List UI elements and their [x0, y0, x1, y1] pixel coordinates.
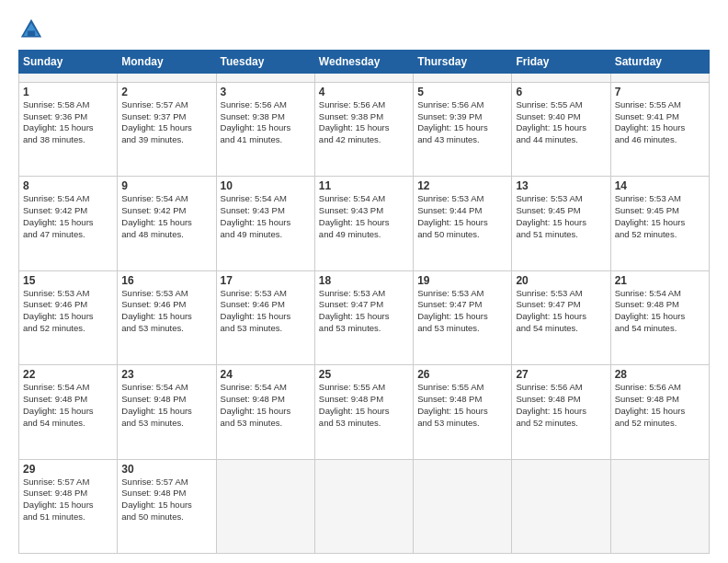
- cell-line: Sunrise: 5:56 AM: [417, 99, 483, 109]
- cell-line: Sunset: 9:48 PM: [516, 394, 580, 404]
- cell-text: Sunrise: 5:53 AMSunset: 9:47 PMDaylight:…: [417, 288, 507, 335]
- cell-line: and 49 minutes.: [319, 229, 381, 239]
- cell-line: Daylight: 15 hours: [121, 311, 192, 321]
- cell-line: Sunset: 9:48 PM: [23, 394, 87, 404]
- cell-line: Sunset: 9:42 PM: [121, 205, 186, 215]
- cell-line: Daylight: 15 hours: [417, 311, 488, 321]
- cell-line: Sunrise: 5:53 AM: [516, 193, 582, 203]
- cell-text: Sunrise: 5:53 AMSunset: 9:45 PMDaylight:…: [615, 193, 705, 240]
- cell-line: Sunrise: 5:53 AM: [417, 193, 483, 203]
- cell-line: Sunrise: 5:53 AM: [516, 288, 582, 298]
- week-row-5: 29Sunrise: 5:57 AMSunset: 9:48 PMDayligh…: [19, 459, 710, 553]
- cell-line: Daylight: 15 hours: [23, 217, 94, 227]
- day-number: 10: [221, 179, 311, 192]
- day-number: 18: [319, 274, 409, 287]
- day-number: 11: [319, 179, 409, 192]
- day-number: 6: [516, 86, 606, 98]
- day-number: 8: [23, 179, 113, 192]
- logo: [18, 17, 48, 42]
- cell-line: Sunset: 9:45 PM: [615, 205, 679, 215]
- day-cell: 28Sunrise: 5:56 AMSunset: 9:48 PMDayligh…: [610, 365, 709, 459]
- calendar-table: SundayMondayTuesdayWednesdayThursdayFrid…: [18, 50, 710, 554]
- col-header-friday: Friday: [512, 51, 610, 74]
- cell-line: and 53 minutes.: [121, 418, 184, 428]
- cell-line: Sunrise: 5:56 AM: [615, 382, 681, 392]
- day-cell: 15Sunrise: 5:53 AMSunset: 9:46 PMDayligh…: [19, 270, 118, 364]
- svg-rect-2: [28, 30, 35, 36]
- cell-line: and 52 minutes.: [516, 418, 578, 428]
- cell-line: Sunset: 9:48 PM: [121, 394, 186, 404]
- cell-text: Sunrise: 5:55 AMSunset: 9:41 PMDaylight:…: [615, 99, 705, 146]
- day-cell: 21Sunrise: 5:54 AMSunset: 9:48 PMDayligh…: [610, 270, 709, 364]
- cell-text: Sunrise: 5:54 AMSunset: 9:43 PMDaylight:…: [221, 193, 311, 240]
- cell-text: Sunrise: 5:53 AMSunset: 9:46 PMDaylight:…: [121, 288, 211, 335]
- col-header-tuesday: Tuesday: [216, 51, 314, 74]
- cell-line: Daylight: 15 hours: [121, 217, 192, 227]
- cell-line: Daylight: 15 hours: [615, 217, 686, 227]
- cell-line: Daylight: 15 hours: [516, 311, 586, 321]
- cell-text: Sunrise: 5:56 AMSunset: 9:48 PMDaylight:…: [615, 382, 705, 429]
- day-cell: [610, 74, 709, 83]
- cell-line: Daylight: 15 hours: [121, 406, 192, 416]
- cell-text: Sunrise: 5:56 AMSunset: 9:39 PMDaylight:…: [417, 99, 507, 146]
- cell-line: Daylight: 15 hours: [516, 406, 586, 416]
- cell-line: Sunset: 9:44 PM: [417, 205, 482, 215]
- cell-text: Sunrise: 5:57 AMSunset: 9:48 PMDaylight:…: [121, 477, 211, 523]
- cell-line: Sunset: 9:48 PM: [121, 488, 186, 498]
- cell-line: Sunset: 9:38 PM: [319, 111, 383, 121]
- cell-line: Daylight: 15 hours: [23, 311, 94, 321]
- cell-line: Sunset: 9:43 PM: [221, 205, 285, 215]
- cell-line: Daylight: 15 hours: [615, 311, 686, 321]
- cell-line: Sunrise: 5:53 AM: [121, 288, 188, 298]
- cell-line: Sunset: 9:42 PM: [23, 205, 87, 215]
- day-cell: 23Sunrise: 5:54 AMSunset: 9:48 PMDayligh…: [118, 365, 216, 459]
- cell-line: and 52 minutes.: [23, 323, 85, 333]
- day-number: 21: [615, 274, 705, 287]
- col-header-saturday: Saturday: [610, 51, 709, 74]
- cell-line: Daylight: 15 hours: [615, 406, 686, 416]
- cell-line: Sunrise: 5:57 AM: [121, 477, 188, 487]
- day-cell: [512, 74, 610, 83]
- cell-line: Daylight: 15 hours: [319, 311, 390, 321]
- cell-line: Daylight: 15 hours: [516, 122, 586, 132]
- day-number: 3: [221, 86, 311, 98]
- cell-line: and 53 minutes.: [319, 418, 381, 428]
- day-cell: [216, 459, 314, 553]
- week-row-4: 22Sunrise: 5:54 AMSunset: 9:48 PMDayligh…: [19, 365, 710, 459]
- cell-line: Sunrise: 5:54 AM: [121, 382, 188, 392]
- calendar-page: SundayMondayTuesdayWednesdayThursdayFrid…: [0, 0, 728, 563]
- cell-line: Sunrise: 5:56 AM: [516, 382, 582, 392]
- week-row-3: 15Sunrise: 5:53 AMSunset: 9:46 PMDayligh…: [19, 270, 710, 364]
- cell-text: Sunrise: 5:53 AMSunset: 9:45 PMDaylight:…: [516, 193, 606, 240]
- cell-text: Sunrise: 5:54 AMSunset: 9:43 PMDaylight:…: [319, 193, 409, 240]
- cell-text: Sunrise: 5:54 AMSunset: 9:48 PMDaylight:…: [221, 382, 311, 429]
- day-cell: 16Sunrise: 5:53 AMSunset: 9:46 PMDayligh…: [118, 270, 216, 364]
- cell-line: Sunset: 9:46 PM: [23, 299, 87, 309]
- day-cell: 3Sunrise: 5:56 AMSunset: 9:38 PMDaylight…: [216, 82, 314, 176]
- day-number: 26: [417, 368, 507, 381]
- cell-line: Sunset: 9:48 PM: [221, 394, 285, 404]
- cell-line: and 52 minutes.: [615, 229, 677, 239]
- week-row-1: 1Sunrise: 5:58 AMSunset: 9:36 PMDaylight…: [19, 82, 710, 176]
- cell-line: Sunrise: 5:53 AM: [221, 288, 287, 298]
- cell-line: Sunrise: 5:54 AM: [615, 288, 681, 298]
- day-number: 23: [121, 368, 211, 381]
- cell-line: Sunset: 9:41 PM: [615, 111, 679, 121]
- day-number: 29: [23, 463, 113, 476]
- cell-line: Daylight: 15 hours: [23, 406, 94, 416]
- cell-line: and 44 minutes.: [516, 134, 578, 144]
- cell-line: Sunrise: 5:53 AM: [319, 288, 385, 298]
- cell-line: Daylight: 15 hours: [221, 217, 291, 227]
- cell-text: Sunrise: 5:53 AMSunset: 9:46 PMDaylight:…: [221, 288, 311, 335]
- day-cell: 25Sunrise: 5:55 AMSunset: 9:48 PMDayligh…: [314, 365, 413, 459]
- cell-line: Sunset: 9:48 PM: [615, 394, 679, 404]
- col-header-sunday: Sunday: [19, 51, 118, 74]
- day-number: 14: [615, 179, 705, 192]
- cell-text: Sunrise: 5:58 AMSunset: 9:36 PMDaylight:…: [23, 99, 113, 146]
- day-cell: 30Sunrise: 5:57 AMSunset: 9:48 PMDayligh…: [118, 459, 216, 553]
- cell-line: Sunset: 9:38 PM: [221, 111, 285, 121]
- cell-line: Sunrise: 5:53 AM: [417, 288, 483, 298]
- day-number: 25: [319, 368, 409, 381]
- cell-line: Sunset: 9:40 PM: [516, 111, 580, 121]
- day-cell: [610, 459, 709, 553]
